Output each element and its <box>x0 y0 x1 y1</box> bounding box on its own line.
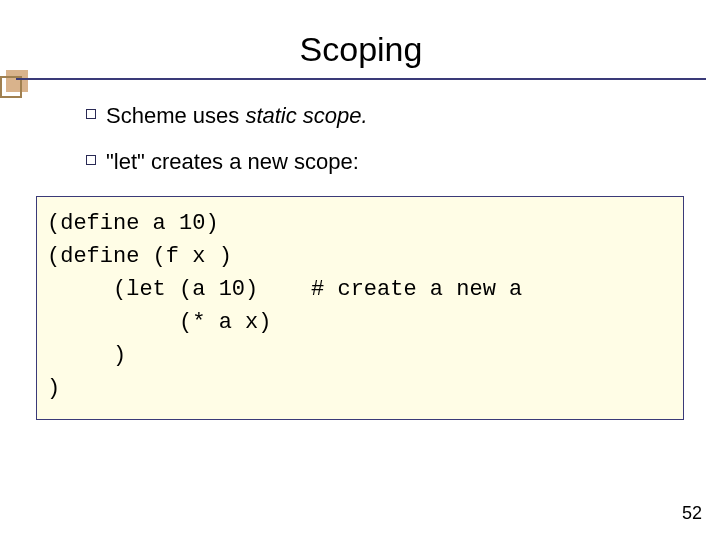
page-number: 52 <box>682 503 702 524</box>
code-line: ) <box>47 372 673 405</box>
code-line: (* a x) <box>47 306 673 339</box>
bullet-text-italic: static scope. <box>245 103 367 128</box>
bullet-list: Scheme uses static scope. "let" creates … <box>86 102 686 193</box>
code-line: (let (a 10) # create a new a <box>47 273 673 306</box>
code-block: (define a 10) (define (f x ) (let (a 10)… <box>36 196 684 420</box>
bullet-text: "let" creates a new scope: <box>106 148 359 176</box>
code-line: (define a 10) <box>47 207 673 240</box>
bullet-item: "let" creates a new scope: <box>86 148 686 176</box>
bullet-text: Scheme uses static scope. <box>106 102 368 130</box>
square-bullet-icon <box>86 155 96 165</box>
code-line: (define (f x ) <box>47 240 673 273</box>
slide-title: Scoping <box>16 30 706 69</box>
title-region: Scoping <box>16 30 706 82</box>
bullet-text-plain: Scheme uses <box>106 103 245 128</box>
title-underline <box>16 78 706 80</box>
slide: Scoping Scheme uses static scope. "let" … <box>0 0 720 540</box>
bullet-text-plain: "let" creates a new scope: <box>106 149 359 174</box>
square-bullet-icon <box>86 109 96 119</box>
bullet-item: Scheme uses static scope. <box>86 102 686 130</box>
code-line: ) <box>47 339 673 372</box>
